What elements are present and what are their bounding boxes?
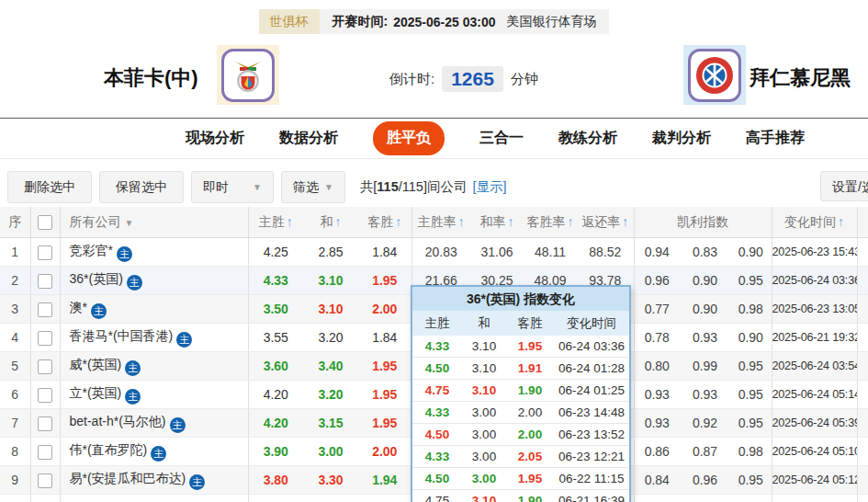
popup-row: 4.333.101.9506-24 03:36 [412, 336, 629, 358]
kelly-index: 0.93 [680, 324, 730, 352]
countdown: 倒计时: 1265 分钟 [389, 66, 538, 92]
col-home-rate[interactable]: 主胜率↑ [411, 207, 470, 238]
kelly-index: 0.80 [634, 352, 680, 381]
home-odds[interactable]: 4.25 [248, 238, 303, 267]
home-odds[interactable]: 4.20 [248, 381, 303, 409]
select-all-checkbox[interactable] [38, 215, 52, 230]
delete-selected-button[interactable]: 删除选中 [7, 171, 92, 203]
tab-win-draw-lose[interactable]: 胜平负 [373, 121, 445, 155]
countdown-minutes: 1265 [442, 66, 503, 92]
row-checkbox[interactable] [38, 359, 52, 374]
main-company-badge: 主 [91, 303, 107, 319]
away-odds[interactable]: 2.00 [358, 438, 411, 466]
tab-three-in-one[interactable]: 三合一 [479, 129, 524, 148]
row-checkbox[interactable] [38, 473, 52, 488]
draw-odds[interactable]: 3.20 [303, 324, 358, 352]
tab-live-analysis[interactable]: 现场分析 [186, 129, 244, 148]
col-change-time[interactable]: 变化时间↑ [772, 207, 857, 238]
tab-referee-analysis[interactable]: 裁判分析 [652, 129, 711, 148]
filter-select[interactable]: 筛选 ▼ [281, 171, 345, 203]
company-name[interactable]: bet-at-h*(马尔他)主 [60, 409, 248, 438]
company-name[interactable] [60, 495, 248, 502]
row-select-cell [30, 324, 60, 352]
draw-odds[interactable]: 3.20 [303, 381, 358, 409]
company-name[interactable]: 竞彩官*主 [60, 238, 248, 267]
kelly-index: 0.90 [680, 267, 730, 295]
col-draw-odds[interactable]: 和↑ [303, 207, 358, 238]
away-odds[interactable]: 2.00 [358, 295, 411, 324]
tab-expert-recommend[interactable]: 高手推荐 [746, 129, 805, 148]
home-odds[interactable]: 4.20 [248, 409, 303, 438]
away-odds[interactable]: 1.95 [358, 352, 411, 381]
company-name[interactable]: 立*(英国)主 [60, 381, 248, 409]
row-checkbox[interactable] [38, 302, 52, 317]
home-odds[interactable] [248, 495, 303, 502]
popup-change-time: 06-24 03:36 [554, 336, 629, 358]
away-odds[interactable]: 1.95 [358, 267, 411, 295]
col-draw-rate[interactable]: 和率↑ [470, 207, 524, 238]
change-time: 2025-06-21 19:32 [772, 324, 857, 352]
popup-odds: 4.50 [412, 424, 462, 446]
company-name[interactable]: 伟*(直布罗陀)主 [60, 438, 248, 466]
home-odds[interactable]: 3.50 [248, 295, 303, 324]
kelly-index: 0.83 [680, 238, 730, 267]
draw-odds[interactable]: 2.85 [303, 238, 358, 267]
away-odds[interactable]: 1.84 [358, 324, 411, 352]
company-name[interactable]: 澳*主 [60, 295, 248, 324]
extra-cell [857, 409, 868, 438]
company-name[interactable]: 36*(英国)主 [60, 267, 248, 295]
sort-asc-icon: ↑ [335, 214, 342, 229]
row-checkbox[interactable] [38, 416, 52, 431]
benfica-crest-icon [228, 55, 268, 96]
row-select-cell [30, 409, 60, 438]
draw-odds[interactable]: 3.30 [303, 466, 358, 495]
row-checkbox[interactable] [38, 445, 52, 460]
settings-button[interactable]: 设置/选择 [820, 171, 868, 201]
col-company[interactable]: 所有公司▼ [60, 207, 248, 238]
away-odds[interactable]: 1.95 [358, 381, 411, 409]
home-odds[interactable]: 4.33 [248, 267, 303, 295]
row-index: 6 [0, 381, 30, 409]
show-link[interactable]: [显示] [472, 179, 506, 194]
draw-odds[interactable]: 3.10 [303, 295, 358, 324]
popup-row: 4.753.101.9006-24 01:25 [412, 380, 629, 402]
draw-odds[interactable]: 3.10 [303, 267, 358, 295]
home-odds[interactable]: 3.60 [248, 352, 303, 381]
time-mode-select[interactable]: 即时 ▼ [191, 171, 274, 203]
change-time: 2025-06-24 03:54 [772, 352, 857, 381]
company-name[interactable]: 威*(英国)主 [60, 352, 248, 381]
col-home-odds[interactable]: 主胜↑ [248, 207, 303, 238]
tab-coach-analysis[interactable]: 教练分析 [558, 129, 617, 148]
row-checkbox[interactable] [38, 245, 52, 260]
draw-odds[interactable] [303, 495, 358, 502]
company-name[interactable]: 易*(安提瓜和巴布达)主 [60, 466, 248, 495]
popup-odds: 4.50 [412, 358, 462, 380]
row-checkbox[interactable] [38, 331, 52, 346]
col-extra [857, 207, 868, 238]
popup-change-time: 06-24 01:25 [554, 380, 629, 402]
col-return-rate[interactable]: 返还率↑ [577, 207, 634, 238]
keep-selected-button[interactable]: 保留选中 [99, 171, 184, 203]
popup-odds: 3.10 [462, 490, 506, 502]
kelly-index [634, 495, 680, 502]
tab-data-analysis[interactable]: 数据分析 [279, 129, 338, 148]
row-checkbox[interactable] [38, 274, 52, 289]
away-odds[interactable]: 1.84 [358, 238, 411, 267]
draw-odds[interactable]: 3.00 [303, 438, 358, 466]
popup-odds: 1.95 [506, 336, 554, 358]
draw-odds[interactable]: 3.15 [303, 409, 358, 438]
away-odds[interactable]: 1.95 [358, 409, 411, 438]
kelly-index: 0.90 [680, 295, 730, 324]
draw-odds[interactable]: 3.40 [303, 352, 358, 381]
home-odds[interactable]: 3.80 [248, 466, 303, 495]
home-odds[interactable]: 3.55 [248, 324, 303, 352]
col-away-odds[interactable]: 客胜↑ [358, 207, 411, 238]
home-odds[interactable]: 3.90 [248, 438, 303, 466]
col-away-rate[interactable]: 客胜率↑ [524, 207, 577, 238]
company-name[interactable]: 香港马*(中国香港)主 [60, 324, 248, 352]
popup-row: 4.503.001.9506-22 11:15 [412, 468, 629, 490]
row-checkbox[interactable] [38, 388, 52, 403]
away-odds[interactable] [358, 495, 411, 502]
away-odds[interactable]: 1.94 [358, 466, 411, 495]
popup-odds: 2.00 [506, 424, 554, 446]
